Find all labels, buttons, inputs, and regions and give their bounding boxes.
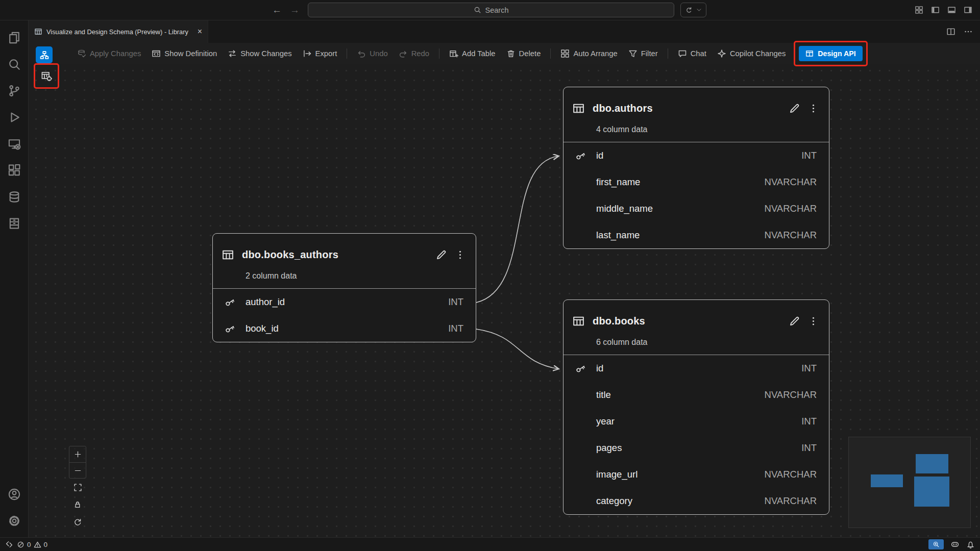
entity-table-books-authors[interactable]: dbo.books_authors 2 column data author_i… xyxy=(212,233,476,342)
table-row[interactable]: id INT xyxy=(564,142,829,169)
bell-icon[interactable] xyxy=(966,540,975,549)
search-placeholder: Search xyxy=(485,6,509,14)
schema-view-button[interactable] xyxy=(36,46,53,63)
back-arrow-icon[interactable]: ← xyxy=(272,5,282,16)
database-projects-icon[interactable] xyxy=(2,210,27,237)
apply-changes-button[interactable]: Apply Changes xyxy=(72,46,145,61)
zoom-out-button[interactable] xyxy=(69,462,86,478)
filter-button[interactable]: Filter xyxy=(624,46,663,61)
command-center-toggle[interactable] xyxy=(680,3,706,17)
kebab-menu-icon[interactable] xyxy=(455,249,465,260)
column-count: 4 column data xyxy=(596,125,829,134)
search-icon[interactable] xyxy=(2,51,27,78)
table-icon xyxy=(222,248,234,261)
table-row[interactable]: book_id INT xyxy=(213,315,476,342)
column-name: first_name xyxy=(596,177,765,188)
add-table-button[interactable]: Add Table xyxy=(445,46,500,61)
toggle-primary-sidebar-icon[interactable] xyxy=(931,6,940,14)
table-row[interactable]: year INT xyxy=(564,408,829,435)
key-icon xyxy=(573,148,588,163)
more-actions-icon[interactable] xyxy=(964,27,973,36)
table-row[interactable]: author_id INT xyxy=(213,289,476,315)
search-input[interactable]: Search xyxy=(308,3,674,17)
table-icon xyxy=(572,102,585,115)
lock-button[interactable] xyxy=(69,496,86,513)
forward-arrow-icon[interactable]: → xyxy=(290,5,300,16)
minimap-node-books-authors xyxy=(871,474,903,487)
kebab-menu-icon[interactable] xyxy=(808,103,819,114)
tab-bar: Visualize and Design Schema (Preview) - … xyxy=(29,20,980,43)
problems-indicator[interactable]: 0 0 xyxy=(17,541,47,548)
zoom-in-icon xyxy=(74,450,82,458)
split-editor-icon[interactable] xyxy=(946,27,955,36)
table-row[interactable]: pages INT xyxy=(564,435,829,461)
show-changes-icon xyxy=(228,49,237,58)
table-definitions-button[interactable] xyxy=(38,68,55,84)
export-button[interactable]: Export xyxy=(298,46,342,61)
chat-button[interactable]: Chat xyxy=(673,46,711,61)
zoom-indicator[interactable] xyxy=(928,539,944,549)
design-api-button[interactable]: Design API xyxy=(799,46,862,61)
undo-label: Undo xyxy=(370,49,387,58)
sync-button[interactable] xyxy=(69,513,86,531)
status-bar: 0 0 xyxy=(0,537,980,551)
copilot-changes-button[interactable]: Copilot Changes xyxy=(713,46,790,61)
table-row[interactable]: last_name NVARCHAR xyxy=(564,222,829,248)
customize-layout-icon[interactable] xyxy=(915,6,923,14)
edit-pencil-icon[interactable] xyxy=(789,315,800,327)
delete-button[interactable]: Delete xyxy=(502,46,546,61)
warning-count: 0 xyxy=(44,541,48,548)
lock-icon xyxy=(74,500,82,509)
sync-icon xyxy=(74,518,82,526)
minimap-node-books xyxy=(914,477,949,507)
fit-view-button[interactable] xyxy=(69,479,86,496)
diagram-canvas[interactable]: dbo.books_authors 2 column data author_i… xyxy=(29,64,980,537)
table-row[interactable]: title NVARCHAR xyxy=(564,382,829,408)
column-type: NVARCHAR xyxy=(765,469,817,480)
zoom-indicator-icon xyxy=(933,541,940,548)
toggle-secondary-sidebar-icon[interactable] xyxy=(964,6,972,14)
auto-arrange-label: Auto Arrange xyxy=(573,49,617,58)
remote-explorer-icon[interactable] xyxy=(2,131,27,157)
table-row[interactable]: image_url NVARCHAR xyxy=(564,461,829,488)
table-row[interactable]: middle_name NVARCHAR xyxy=(564,195,829,222)
entity-table-books[interactable]: dbo.books 6 column data id INT xyxy=(563,299,829,515)
source-control-icon[interactable] xyxy=(2,78,27,104)
remote-indicator[interactable] xyxy=(5,540,13,548)
kebab-menu-icon[interactable] xyxy=(808,316,819,327)
apply-changes-icon xyxy=(77,49,86,58)
account-icon[interactable] xyxy=(2,481,27,508)
show-definition-button[interactable]: Show Definition xyxy=(147,46,222,61)
copilot-icon[interactable] xyxy=(950,540,960,549)
table-row[interactable]: id INT xyxy=(564,355,829,382)
edit-pencil-icon[interactable] xyxy=(789,103,800,114)
redo-icon xyxy=(399,49,408,58)
entity-table-authors[interactable]: dbo.authors 4 column data id INT xyxy=(563,87,829,249)
column-name: last_name xyxy=(596,230,765,241)
chat-icon xyxy=(678,49,687,58)
show-changes-button[interactable]: Show Changes xyxy=(223,46,296,61)
edit-pencil-icon[interactable] xyxy=(435,249,447,261)
run-debug-icon[interactable] xyxy=(2,104,27,131)
tab-schema-designer[interactable]: Visualize and Design Schema (Preview) - … xyxy=(29,20,208,43)
table-row[interactable]: category NVARCHAR xyxy=(564,488,829,514)
minimap[interactable] xyxy=(848,437,971,528)
fk-connector-books[interactable] xyxy=(476,329,558,369)
settings-gear-icon[interactable] xyxy=(2,508,27,534)
table-row[interactable]: first_name NVARCHAR xyxy=(564,169,829,195)
zoom-in-button[interactable] xyxy=(69,446,86,462)
filter-label: Filter xyxy=(641,49,658,58)
column-type: NVARCHAR xyxy=(765,203,817,214)
auto-arrange-button[interactable]: Auto Arrange xyxy=(556,46,622,61)
database-icon[interactable] xyxy=(2,184,27,210)
undo-button[interactable]: Undo xyxy=(352,46,392,61)
redo-button[interactable]: Redo xyxy=(394,46,434,61)
close-icon[interactable]: × xyxy=(198,28,202,36)
column-name: id xyxy=(596,150,801,161)
files-icon[interactable] xyxy=(2,24,27,51)
extensions-icon[interactable] xyxy=(2,157,27,184)
zoom-out-icon xyxy=(74,467,82,474)
toggle-panel-icon[interactable] xyxy=(947,6,956,14)
fk-connector-authors[interactable] xyxy=(476,156,558,303)
column-name: category xyxy=(596,495,765,507)
